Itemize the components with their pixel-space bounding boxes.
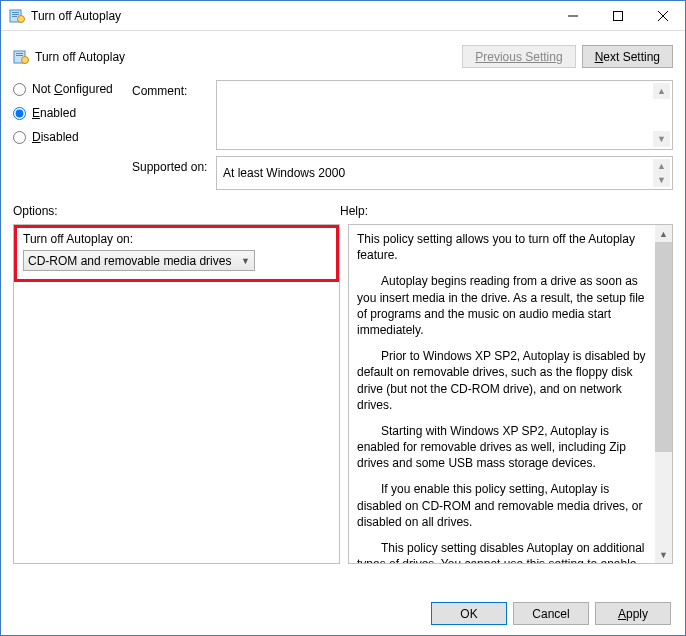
svg-rect-10 [16, 53, 23, 54]
help-text: Prior to Windows XP SP2, Autoplay is dis… [357, 348, 647, 413]
chevron-down-icon[interactable]: ▼ [655, 546, 672, 563]
svg-point-12 [22, 56, 29, 63]
options-heading: Options: [13, 204, 340, 218]
supported-text: At least Windows 2000 [223, 166, 345, 180]
next-setting-button[interactable]: Next Setting [582, 45, 673, 68]
help-panel: This policy setting allows you to turn o… [349, 225, 655, 563]
autoplay-target-select[interactable]: CD-ROM and removable media drives ▼ [23, 250, 255, 271]
policy-icon [13, 49, 29, 65]
policy-title: Turn off Autoplay [35, 50, 125, 64]
supported-field: At least Windows 2000 ▲ ▼ [216, 156, 673, 190]
comment-field[interactable]: ▲ ▼ [216, 80, 673, 150]
policy-header: Turn off Autoplay Previous Setting Next … [13, 41, 673, 78]
scrollbar-thumb[interactable] [655, 242, 672, 452]
cancel-button[interactable]: Cancel [513, 602, 589, 625]
scrollbar[interactable]: ▲ ▼ [653, 83, 670, 147]
chevron-down-icon[interactable]: ▼ [653, 131, 670, 147]
policy-icon [9, 8, 25, 24]
chevron-down-icon[interactable]: ▼ [653, 173, 670, 187]
help-text: Autoplay begins reading from a drive as … [357, 273, 647, 338]
svg-rect-11 [16, 55, 23, 56]
scrollbar[interactable]: ▲ ▼ [655, 225, 672, 563]
radio-not-configured[interactable]: Not Configured [13, 82, 128, 96]
radio-enabled-input[interactable] [13, 107, 26, 120]
chevron-up-icon[interactable]: ▲ [653, 83, 670, 99]
close-button[interactable] [640, 1, 685, 30]
option-label: Turn off Autoplay on: [23, 232, 330, 246]
chevron-up-icon[interactable]: ▲ [653, 159, 670, 173]
svg-rect-6 [613, 11, 622, 20]
options-panel: Turn off Autoplay on: CD-ROM and removab… [13, 224, 340, 564]
radio-not-configured-input[interactable] [13, 83, 26, 96]
radio-disabled-input[interactable] [13, 131, 26, 144]
help-heading: Help: [340, 204, 368, 218]
radio-disabled[interactable]: Disabled [13, 130, 128, 144]
help-panel-wrap: This policy setting allows you to turn o… [348, 224, 673, 564]
svg-point-4 [18, 15, 25, 22]
help-text: This policy setting disables Autoplay on… [357, 540, 647, 563]
svg-rect-2 [12, 14, 19, 15]
ok-button[interactable]: OK [431, 602, 507, 625]
minimize-button[interactable] [550, 1, 595, 30]
svg-rect-3 [12, 16, 17, 17]
supported-label: Supported on: [132, 156, 212, 190]
maximize-button[interactable] [595, 1, 640, 30]
dialog-footer: OK Cancel Apply [431, 602, 671, 625]
options-highlight: Turn off Autoplay on: CD-ROM and removab… [14, 225, 339, 282]
apply-button[interactable]: Apply [595, 602, 671, 625]
comment-label: Comment: [132, 80, 212, 150]
chevron-down-icon: ▼ [241, 256, 250, 266]
scrollbar[interactable]: ▲ ▼ [653, 159, 670, 187]
select-value: CD-ROM and removable media drives [28, 254, 231, 268]
previous-setting-button: Previous Setting [462, 45, 575, 68]
help-text: This policy setting allows you to turn o… [357, 231, 647, 263]
svg-rect-1 [12, 12, 19, 13]
help-text: If you enable this policy setting, Autop… [357, 481, 647, 530]
chevron-up-icon[interactable]: ▲ [655, 225, 672, 242]
window-title: Turn off Autoplay [31, 9, 550, 23]
help-text: Starting with Windows XP SP2, Autoplay i… [357, 423, 647, 472]
radio-enabled[interactable]: Enabled [13, 106, 128, 120]
titlebar: Turn off Autoplay [1, 1, 685, 31]
